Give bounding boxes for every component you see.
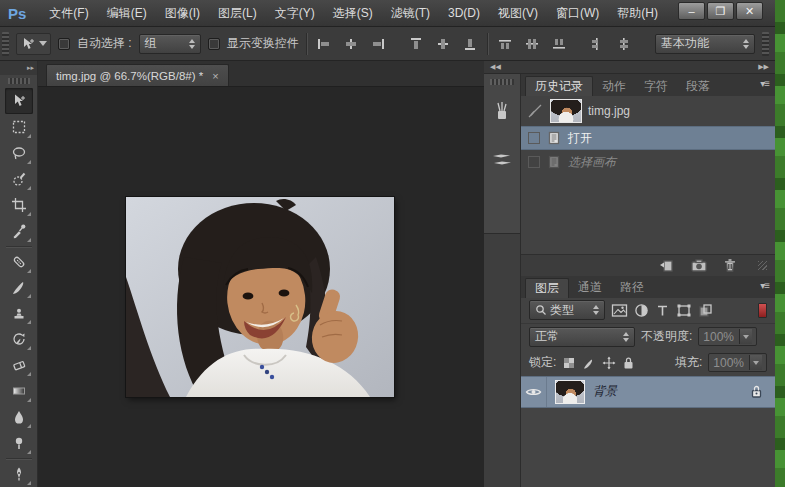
auto-select-checkbox[interactable] (58, 38, 70, 50)
canvas-area[interactable] (38, 86, 484, 487)
filter-type-layers-icon[interactable] (655, 303, 670, 318)
tool-clone-stamp[interactable] (5, 300, 33, 326)
tool-crop[interactable] (5, 192, 33, 218)
tool-blur[interactable] (5, 404, 33, 430)
panel-menu-icon[interactable]: ▾≡ (760, 280, 769, 291)
toolbar-grip[interactable] (8, 78, 30, 84)
brush-presets-panel-icon[interactable] (487, 143, 517, 177)
fill-input[interactable]: 100% (708, 353, 767, 372)
auto-select-target-select[interactable]: 组 (139, 34, 201, 54)
distribute-horizontal-centers-button[interactable] (614, 34, 634, 54)
tab-character[interactable]: 字符 (635, 76, 677, 96)
align-vertical-centers-button[interactable] (433, 34, 453, 54)
current-tool-button[interactable] (16, 33, 51, 55)
collapse-panels-right-icon[interactable]: ▶▶ (758, 62, 769, 72)
options-grip[interactable] (2, 32, 9, 56)
close-button[interactable]: ✕ (736, 2, 763, 20)
distribute-vertical-centers-button[interactable] (522, 34, 542, 54)
opacity-dropdown-icon[interactable] (739, 329, 752, 344)
brush-panel-icon[interactable] (487, 95, 517, 129)
history-source-checkbox[interactable] (528, 132, 540, 144)
menu-3d[interactable]: 3D(D) (439, 2, 489, 24)
options-grip-right[interactable] (762, 32, 769, 56)
blend-mode-select[interactable]: 正常 (529, 327, 635, 347)
tool-lasso[interactable] (5, 140, 33, 166)
blend-mode-value: 正常 (535, 328, 559, 345)
delete-trash-icon[interactable] (722, 257, 738, 273)
filter-pixel-layers-icon[interactable] (611, 303, 628, 318)
tab-actions[interactable]: 动作 (593, 76, 635, 96)
history-snapshot-row[interactable]: timg.jpg (521, 96, 775, 126)
layer-row-background[interactable]: 背景 (521, 376, 775, 408)
tool-quick-selection[interactable] (5, 166, 33, 192)
tab-layers[interactable]: 图层 (525, 278, 569, 298)
lock-position-icon[interactable] (602, 356, 616, 370)
distribute-left-edges-button[interactable] (587, 34, 607, 54)
history-brush-source-icon[interactable] (526, 102, 544, 120)
tool-rectangular-marquee[interactable] (5, 114, 33, 140)
eye-icon[interactable] (525, 385, 542, 399)
collapse-panels-left-icon[interactable]: ◀◀ (490, 62, 501, 72)
tab-close-icon[interactable]: × (212, 70, 218, 82)
menu-type[interactable]: 文字(Y) (266, 1, 324, 26)
distribute-bottom-edges-button[interactable] (549, 34, 569, 54)
tool-brush[interactable] (5, 275, 33, 301)
menu-layer[interactable]: 图层(L) (209, 1, 266, 26)
history-state-select-canvas[interactable]: 选择画布 (521, 150, 775, 174)
tab-paths[interactable]: 路径 (611, 278, 653, 298)
new-snapshot-camera-icon[interactable] (690, 257, 708, 273)
history-source-checkbox[interactable] (528, 156, 540, 168)
minimize-button[interactable]: – (678, 2, 705, 20)
tool-move[interactable] (5, 88, 33, 114)
tab-channels[interactable]: 通道 (569, 278, 611, 298)
tool-gradient[interactable] (5, 378, 33, 404)
show-transform-checkbox[interactable] (208, 38, 220, 50)
align-left-edges-button[interactable] (314, 34, 334, 54)
opacity-input[interactable]: 100% (698, 327, 757, 346)
filter-smart-objects-icon[interactable] (698, 303, 713, 318)
align-right-edges-button[interactable] (368, 34, 388, 54)
panel-menu-icon[interactable]: ▾≡ (760, 78, 769, 89)
align-bottom-edges-button[interactable] (460, 34, 480, 54)
tool-pen[interactable] (5, 461, 33, 487)
panel-resize-grip[interactable] (758, 261, 767, 270)
lock-all-icon[interactable] (622, 356, 635, 370)
menu-help[interactable]: 帮助(H) (608, 1, 667, 26)
fill-value: 100% (713, 356, 744, 370)
layer-filter-select[interactable]: 类型 (529, 300, 605, 320)
menu-file[interactable]: 文件(F) (40, 1, 97, 26)
maximize-button[interactable]: ❐ (707, 2, 734, 20)
document-tab[interactable]: timg.jpg @ 66.7%(RGB/8#) * × (46, 64, 229, 86)
menu-view[interactable]: 视图(V) (489, 1, 547, 26)
tool-eyedropper[interactable] (5, 218, 33, 244)
history-empty-area (521, 174, 775, 254)
tab-history[interactable]: 历史记录 (525, 76, 593, 96)
filter-shape-layers-icon[interactable] (676, 303, 692, 318)
lock-transparency-icon[interactable] (562, 356, 576, 370)
layer-thumbnail[interactable] (555, 380, 585, 404)
menu-window[interactable]: 窗口(W) (547, 1, 608, 26)
menu-select[interactable]: 选择(S) (324, 1, 382, 26)
distribute-top-edges-button[interactable] (495, 34, 515, 54)
lock-pixels-icon[interactable] (582, 356, 596, 370)
tool-dodge[interactable] (5, 430, 33, 456)
history-state-open[interactable]: 打开 (521, 126, 775, 150)
toolbar-collapse-button[interactable]: ▸▸ (0, 61, 37, 75)
tool-eraser[interactable] (5, 352, 33, 378)
lock-row: 锁定: 填充: 100% (521, 350, 775, 376)
fill-dropdown-icon[interactable] (749, 355, 762, 370)
align-horizontal-centers-button[interactable] (341, 34, 361, 54)
menu-image[interactable]: 图像(I) (156, 1, 209, 26)
workspace-select[interactable]: 基本功能 (655, 34, 755, 54)
layer-filter-toggle[interactable] (758, 303, 767, 318)
menu-filter[interactable]: 滤镜(T) (382, 1, 439, 26)
new-document-from-state-icon[interactable] (658, 257, 676, 273)
tool-spot-healing-brush[interactable] (5, 249, 33, 275)
menu-edit[interactable]: 编辑(E) (98, 1, 156, 26)
tab-paragraph[interactable]: 段落 (677, 76, 719, 96)
tool-history-brush[interactable] (5, 326, 33, 352)
align-top-edges-button[interactable] (406, 34, 426, 54)
filter-adjustment-layers-icon[interactable] (634, 303, 649, 318)
layer-visibility-cell[interactable] (521, 377, 547, 407)
strip-grip[interactable] (490, 79, 514, 85)
